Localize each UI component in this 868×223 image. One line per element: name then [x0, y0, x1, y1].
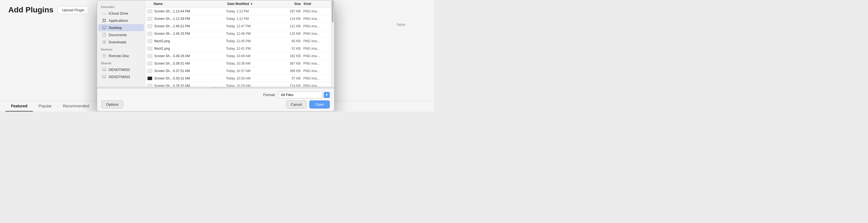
file-thumb-icon	[147, 38, 153, 44]
file-size-cell: 52 KB	[281, 47, 303, 50]
svg-rect-5	[103, 29, 105, 29]
file-date-cell: Today, 10:38 AM	[226, 62, 281, 65]
file-size-cell: 212 KB	[281, 24, 303, 28]
file-thumb-icon	[147, 76, 153, 81]
dialog-footer: Format: All Files ▼ Options Cancel Open	[97, 88, 334, 111]
table-row[interactable]: Screen Sh…2.46.33 PM Today, 12:46 PM 115…	[146, 30, 331, 38]
sidebar-item-dendtm003[interactable]: DENDTM003	[98, 73, 144, 80]
file-open-dialog: Favorites ☁️ iCloud Drive Applications	[97, 0, 335, 112]
file-size-cell: 214 KB	[281, 84, 303, 87]
file-size-cell: 399 KB	[281, 69, 303, 73]
svg-rect-0	[102, 19, 104, 20]
icloud-drive-icon: ☁️	[102, 11, 106, 15]
table-row[interactable]: Screen Sh…0.28.32 AM Today, 10:28 AM 214…	[146, 82, 331, 87]
file-thumb-icon	[147, 61, 153, 66]
format-dropdown-arrow[interactable]: ▼	[324, 92, 330, 98]
right-buttons: Cancel Open	[286, 101, 330, 108]
sort-arrow-icon: ▼	[250, 2, 253, 5]
file-name-cell: filezil1.png	[154, 47, 226, 50]
file-list-area: Name Date Modified ▼ Size Kind Screen Sh…	[146, 0, 331, 87]
file-date-cell: Today, 10:49 AM	[226, 54, 281, 58]
file-list: Screen Sh…1.13.44 PM Today, 1:13 PM 297 …	[146, 8, 331, 87]
table-row[interactable]: Screen Sh…2.46.51 PM Today, 12:47 PM 212…	[146, 23, 331, 30]
file-kind-cell: PNG ima…	[303, 24, 331, 28]
svg-rect-13	[102, 75, 106, 78]
table-row[interactable]: Screen Sh…1.11.59 PM Today, 1:12 PM 114 …	[146, 15, 331, 23]
column-name-header[interactable]: Name	[146, 2, 227, 6]
column-date-header[interactable]: Date Modified ▼	[227, 2, 282, 6]
svg-rect-2	[102, 21, 104, 22]
file-kind-cell: PNG ima…	[303, 84, 331, 87]
sidebar-item-applications[interactable]: Applications	[98, 17, 144, 24]
file-kind-cell: PNG ima…	[303, 62, 331, 65]
file-date-cell: Today, 10:28 AM	[226, 84, 281, 87]
upload-plugin-button[interactable]: Upload Plugin	[58, 6, 89, 14]
open-button[interactable]: Open	[309, 101, 330, 108]
table-row[interactable]: filezil1.png Today, 12:41 PM 52 KB PNG i…	[146, 45, 331, 52]
file-thumb-icon	[147, 16, 153, 22]
devices-section-label: Devices	[97, 45, 145, 52]
file-date-cell: Today, 1:13 PM	[226, 9, 281, 13]
svg-rect-11	[103, 70, 105, 71]
file-date-cell: Today, 12:45 PM	[226, 39, 281, 43]
svg-rect-3	[104, 21, 106, 22]
tab-popular[interactable]: Popular	[33, 101, 57, 112]
sidebar-item-downloads[interactable]: Downloads	[98, 38, 144, 45]
svg-rect-12	[103, 71, 105, 71]
file-kind-cell: PNG ima…	[303, 69, 331, 73]
scrollbar-thumb[interactable]	[332, 0, 334, 22]
file-kind-cell: PNG ima…	[303, 54, 331, 58]
sidebar-item-dendtm002[interactable]: DENDTM002	[98, 66, 144, 73]
column-size-header[interactable]: Size	[282, 2, 304, 6]
tab-featured[interactable]: Featured	[5, 101, 33, 112]
file-kind-cell: PNG ima…	[303, 76, 331, 80]
table-row[interactable]: filezil2.png Today, 12:45 PM 60 KB PNG i…	[146, 38, 331, 45]
format-dropdown[interactable]: All Files	[278, 91, 322, 98]
file-date-cell: Today, 10:37 AM	[226, 69, 281, 73]
file-thumb-icon	[147, 8, 153, 14]
svg-rect-1	[104, 19, 106, 20]
file-kind-cell: PNG ima…	[303, 9, 331, 13]
file-date-cell: Today, 12:47 PM	[226, 24, 281, 28]
options-button[interactable]: Options	[101, 101, 123, 108]
svg-rect-10	[102, 68, 106, 70]
dendtm002-icon	[102, 67, 106, 72]
format-select-container: All Files ▼	[278, 91, 330, 98]
sidebar-item-icloud-drive[interactable]: ☁️ iCloud Drive	[98, 10, 144, 17]
file-size-cell: 114 KB	[281, 17, 303, 21]
table-row[interactable]: Screen Sh…0.49.26 AM Today, 10:49 AM 182…	[146, 52, 331, 60]
buttons-row: Options Cancel Open	[101, 101, 330, 108]
applications-icon	[102, 18, 106, 23]
svg-rect-4	[102, 26, 106, 29]
scrollbar[interactable]	[331, 0, 334, 87]
file-thumb-icon	[147, 83, 153, 87]
file-name-cell: Screen Sh…0.49.26 AM	[154, 54, 226, 58]
favorites-section-label: Favorites	[97, 3, 145, 10]
cancel-button[interactable]: Cancel	[286, 101, 307, 108]
shared-section-label: Shared	[97, 59, 145, 66]
dendtm003-icon	[102, 75, 106, 79]
file-size-cell: 37 KB	[281, 76, 303, 80]
file-date-cell: Today, 1:12 PM	[226, 17, 281, 21]
sidebar-item-desktop[interactable]: Desktop	[98, 24, 144, 31]
tab-recommended[interactable]: Recommended	[57, 101, 95, 112]
table-row[interactable]: Screen Sh…0.38.51 AM Today, 10:38 AM 387…	[146, 60, 331, 67]
file-thumb-icon	[147, 68, 153, 74]
remote-disc-icon	[102, 53, 106, 58]
file-name-cell: Screen Sh…2.46.51 PM	[154, 24, 226, 28]
file-name-cell: Screen Sh…1.13.44 PM	[154, 9, 226, 13]
file-size-cell: 387 KB	[281, 62, 303, 65]
file-date-cell: Today, 10:30 AM	[226, 76, 281, 80]
file-size-cell: 182 KB	[281, 54, 303, 58]
file-date-cell: Today, 12:46 PM	[226, 32, 281, 36]
file-name-cell: Screen Sh…0.37.51 AM	[154, 69, 226, 73]
table-row[interactable]: Screen Sh…0.30.31 AM Today, 10:30 AM 37 …	[146, 75, 331, 82]
sidebar-item-remote-disc[interactable]: Remote Disc	[98, 52, 144, 59]
table-row[interactable]: Screen Sh…0.37.51 AM Today, 10:37 AM 399…	[146, 67, 331, 75]
table-row[interactable]: Screen Sh…1.13.44 PM Today, 1:13 PM 297 …	[146, 8, 331, 15]
svg-point-9	[104, 55, 105, 56]
sidebar: Favorites ☁️ iCloud Drive Applications	[97, 0, 146, 87]
sidebar-item-documents[interactable]: Documents	[98, 31, 144, 38]
file-thumb-icon	[147, 24, 153, 29]
column-kind-header[interactable]: Kind	[304, 2, 331, 6]
